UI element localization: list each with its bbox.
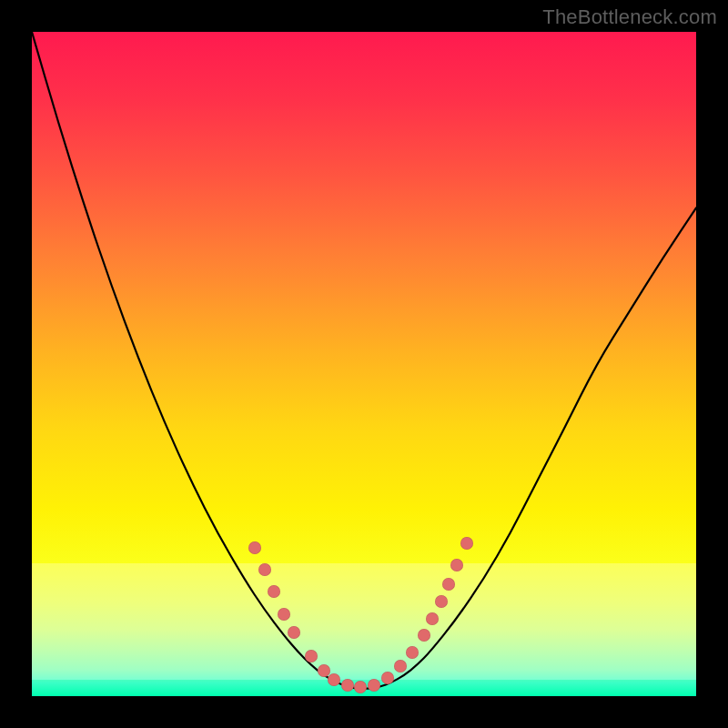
data-marker xyxy=(418,629,430,642)
data-marker xyxy=(442,578,455,591)
data-marker xyxy=(341,679,354,692)
plot-area xyxy=(32,32,696,696)
data-marker xyxy=(248,541,261,554)
data-marker xyxy=(406,646,419,659)
chart-frame: TheBottleneck.com xyxy=(0,0,728,728)
watermark-label: TheBottleneck.com xyxy=(542,5,717,29)
data-marker xyxy=(328,673,340,686)
data-marker xyxy=(381,672,394,684)
bottleneck-curve xyxy=(32,32,696,696)
data-marker xyxy=(258,563,271,576)
data-marker xyxy=(435,595,448,608)
data-marker xyxy=(305,650,318,662)
